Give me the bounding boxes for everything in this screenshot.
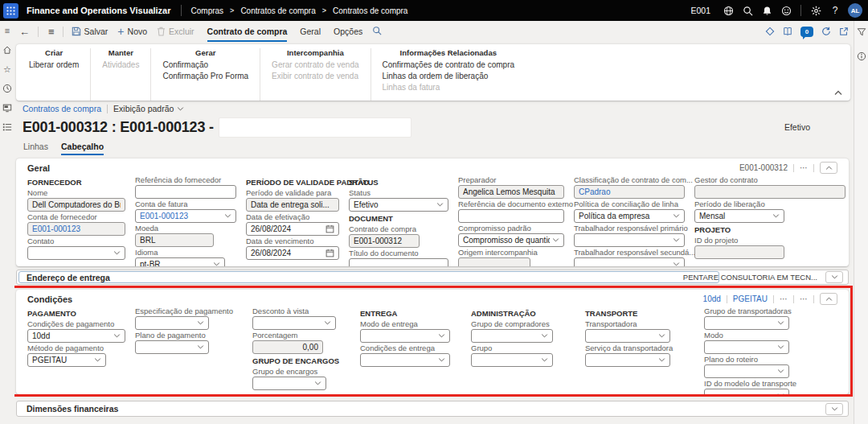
grupo-de-transportadoras-select[interactable]	[704, 316, 789, 330]
referencia-do-fornecedor-input[interactable]	[135, 185, 236, 199]
section-geral-header[interactable]: Geral E001-000312⋯	[27, 161, 837, 175]
refresh-button[interactable]	[821, 27, 831, 36]
delete-button[interactable]: Excluir	[157, 27, 194, 36]
ribbon-item-confirmacao-pro-forma[interactable]: Confirmação Pro Forma	[162, 71, 248, 82]
collapse-section-button[interactable]	[820, 162, 837, 174]
help-button[interactable]: ?	[825, 0, 845, 21]
expand-section-button[interactable]	[825, 403, 843, 415]
view-selector[interactable]: Exibição padrão	[113, 104, 184, 113]
condicoes-de-pagamento-select[interactable]: 10dd	[27, 329, 125, 343]
data-de-vencimento-date-input[interactable]: 26/08/2024	[246, 246, 339, 260]
action-search-button[interactable]	[372, 26, 382, 37]
servico-da-transportadora-select[interactable]	[585, 353, 670, 367]
metodo-de-pagamento-select[interactable]: PGEITAU	[27, 353, 106, 367]
ribbon-item-linhas-da-ordem-de-liberacao[interactable]: Linhas da ordem de liberação	[383, 71, 515, 82]
save-button[interactable]: Salvar	[72, 27, 108, 36]
field-value: Efetivo	[354, 200, 434, 209]
notifications-button[interactable]	[757, 0, 776, 21]
modo-select[interactable]	[704, 340, 789, 354]
referencia-de-documento-externo-input[interactable]	[458, 209, 564, 223]
chevron-down-icon	[777, 369, 784, 373]
ribbon-collapse-button[interactable]	[834, 84, 842, 98]
section-header-summary: E001-000312⋯	[739, 162, 837, 174]
grupo-de-compradores-select[interactable]	[471, 329, 553, 343]
idioma-select[interactable]: pt-BR	[135, 257, 225, 266]
titulo-do-documento-input[interactable]	[349, 258, 448, 266]
id-do-modelo-de-transporte-select[interactable]	[704, 389, 789, 394]
status-select[interactable]: Efetivo	[349, 198, 448, 212]
data-de-efetivacao-date-input[interactable]: 26/08/2024	[246, 222, 339, 236]
periodo-de-liberacao-select[interactable]: Mensal	[694, 209, 784, 223]
politica-de-conciliacao-de-linha-select[interactable]: Política da empresa	[574, 209, 685, 223]
favorites-button[interactable]: ☆	[2, 64, 13, 75]
personalize-button[interactable]	[765, 27, 775, 36]
page-tab-cabecalho[interactable]: Cabeçalho	[61, 142, 104, 155]
action-tab-contrato-de-compra[interactable]: Contrato de compra	[207, 21, 288, 42]
field-group-administracao: ADMINISTRAÇÃO	[471, 308, 575, 319]
breadcrumb-item-contratos-de-compra[interactable]: Contratos de compra	[333, 6, 407, 15]
more-options-button[interactable]: ⋯	[800, 294, 808, 303]
especificacao-de-pagamento-select[interactable]	[135, 316, 209, 330]
transportadora-select[interactable]	[585, 329, 670, 343]
environment-button[interactable]	[719, 0, 738, 21]
filter-pane-button[interactable]	[856, 27, 867, 38]
chevron-up-icon	[825, 297, 833, 301]
info-pane-button[interactable]	[856, 51, 867, 62]
plano-de-pagamento-select[interactable]	[135, 340, 209, 354]
list-page-link[interactable]: Contratos de compra	[23, 104, 101, 113]
user-avatar[interactable]: AL	[848, 3, 862, 18]
action-menu-button[interactable]: ≡	[48, 27, 55, 37]
more-options-button[interactable]: ⋯	[780, 294, 788, 303]
section-dimensoes-financeiras[interactable]: Dimensões financeiras	[16, 401, 849, 417]
company-selector[interactable]: E001	[690, 6, 710, 15]
nav-menu-button[interactable]: ≡	[2, 25, 13, 36]
contato-select[interactable]	[27, 246, 125, 260]
section-endereco-entrega[interactable]: Endereço de entrega PENTARE CONSULTORIA …	[16, 270, 849, 285]
new-button[interactable]: + Novo	[117, 25, 147, 38]
home-button[interactable]	[2, 44, 13, 56]
conta-de-fatura-select[interactable]: E001-000123	[135, 209, 236, 223]
search-button[interactable]	[738, 0, 757, 21]
back-button[interactable]: ←	[19, 27, 30, 37]
task-recorder-button[interactable]	[783, 27, 792, 36]
waffle-icon	[3, 3, 18, 19]
workspaces-button[interactable]	[2, 102, 13, 113]
expand-section-button[interactable]	[825, 271, 843, 283]
modules-button[interactable]	[2, 121, 13, 133]
summary-link-10dd[interactable]: 10dd	[703, 294, 721, 303]
chat-button[interactable]: 0	[800, 27, 813, 37]
desconto-a-vista-select[interactable]	[252, 316, 336, 330]
open-in-new-window-button[interactable]	[839, 27, 849, 36]
field-label: Método de pagamento	[27, 344, 125, 352]
page-tab-linhas[interactable]: Linhas	[23, 142, 48, 155]
action-tab-opcoes[interactable]: Opções	[334, 21, 362, 42]
summary-link-pgeitau[interactable]: PGEITAU	[733, 294, 768, 303]
more-options-button[interactable]: ⋯	[800, 163, 808, 172]
grupo-select[interactable]	[471, 353, 553, 367]
ribbon-item-liberar-ordem[interactable]: Liberar ordem	[29, 60, 79, 71]
trabalhador-responsavel-secunda-select[interactable]	[574, 257, 685, 266]
breadcrumb-item-compras[interactable]: Compras	[191, 6, 224, 15]
trabalhador-responsavel-primario-select[interactable]	[574, 233, 685, 247]
section-condicoes-header[interactable]: Condições 10ddPGEITAU⋯⋯	[27, 292, 837, 306]
app-title[interactable]: Finance and Operations Visualizar	[27, 6, 171, 15]
more-options-button[interactable]: E001-000312	[739, 163, 788, 172]
plano-do-roteiro-select[interactable]	[704, 364, 789, 378]
compromisso-padrao-select[interactable]: Compromisso de quantida...	[458, 233, 564, 247]
ribbon-item-confirmacoes-de-contrato-de-compra[interactable]: Confirmações de contrato de compra	[383, 60, 515, 71]
search-icon	[372, 26, 382, 35]
ribbon-item-confirmacao[interactable]: Confirmação	[162, 60, 248, 71]
save-label: Salvar	[84, 27, 108, 36]
modo-de-entrega-select[interactable]	[360, 329, 450, 343]
settings-button[interactable]	[806, 0, 825, 21]
collapse-section-button[interactable]	[820, 293, 837, 305]
contract-name-input[interactable]	[219, 117, 411, 138]
action-tab-geral[interactable]: Geral	[300, 21, 321, 42]
feedback-button[interactable]	[776, 0, 796, 21]
grupo-de-encargos-select[interactable]	[252, 377, 326, 390]
condicoes-de-entrega-select[interactable]	[360, 353, 450, 367]
app-launcher-button[interactable]	[0, 0, 21, 21]
recent-button[interactable]	[2, 83, 13, 94]
breadcrumb-item-contratos-de-compra[interactable]: Contratos de compra	[240, 6, 315, 15]
chevron-down-icon	[673, 262, 680, 266]
